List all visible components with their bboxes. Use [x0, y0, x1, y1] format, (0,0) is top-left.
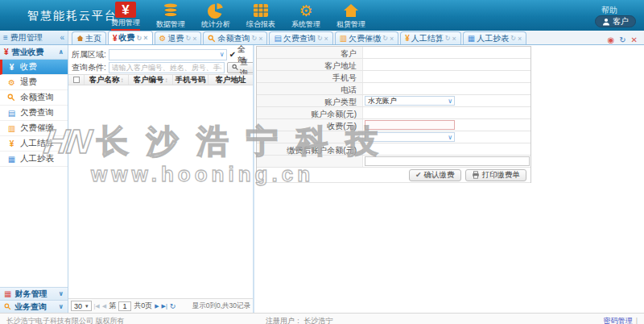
tab-refresh-icon[interactable]: ↻	[137, 35, 142, 42]
sidebar-item-arrears-query[interactable]: ▤ 欠费查询	[0, 106, 68, 121]
page-size-select[interactable]: 30 ▾	[71, 301, 92, 311]
tab-arrears-query[interactable]: ▤ 欠费查询 ↻ ×	[269, 31, 332, 44]
sidebar-collapse-header[interactable]: ≡ 费用管理 «	[0, 31, 68, 44]
area-select[interactable]: ∨	[109, 49, 227, 60]
search-icon	[208, 35, 216, 43]
sidebar-item-manual-settlement[interactable]: ¥ 人工结算	[0, 136, 68, 152]
content-area: ¥ 营业收费 ∧ ¥ 收费 ⚙ 退费 余额查询 ▤ 欠费查询 ▥	[0, 45, 644, 313]
tab-close-icon[interactable]: ×	[518, 35, 522, 43]
sort-icon: ↕	[121, 77, 124, 84]
sidebar-item-balance-query[interactable]: 余额查询	[0, 90, 68, 106]
sort-icon: ↕	[165, 77, 168, 84]
yen-icon: ¥	[4, 48, 9, 56]
tab-close-icon[interactable]: ×	[452, 35, 456, 43]
search-icon	[232, 64, 238, 71]
nav-item-system[interactable]: ⚙ 系统管理	[283, 0, 328, 31]
copyright-text: 长沙浩宁电子科技有限公司 版权所有	[6, 316, 125, 324]
tab-manual-reading[interactable]: ▦ 人工抄表 ↻ ×	[463, 31, 526, 44]
briefcase-icon: ▥	[7, 124, 16, 133]
col-customer-name[interactable]: 客户名称↕	[85, 75, 129, 85]
tab-refund[interactable]: ⚙ 退费 ↻ ×	[155, 31, 202, 44]
chevron-down-icon: ▾	[85, 303, 89, 309]
area-filter-row: 所属区域: ∨ ✔ 全部	[72, 48, 253, 60]
last-page-button[interactable]: ▶|	[162, 303, 167, 309]
tab-close-icon[interactable]: ×	[143, 34, 147, 42]
briefcase-icon: ▥	[340, 34, 347, 43]
nav-item-lease[interactable]: 租赁管理	[328, 0, 374, 31]
nav-item-reports[interactable]: 综合报表	[238, 0, 283, 31]
close-all-icon[interactable]: ✕	[631, 35, 638, 44]
tab-arrears-reminder[interactable]: ▥ 欠费催缴 ↻ ×	[335, 31, 398, 44]
refresh-icon[interactable]: ↻	[619, 35, 625, 44]
page-number-input[interactable]	[118, 301, 131, 311]
search-icon	[4, 303, 11, 310]
tab-refresh-icon[interactable]: ↻	[251, 35, 257, 42]
yen-icon: ¥	[7, 139, 16, 148]
form-buttons-row: ✔ 确认缴费 打印缴费单	[257, 168, 530, 183]
sidebar: ¥ 营业收费 ∧ ¥ 收费 ⚙ 退费 余额查询 ▤ 欠费查询 ▥	[0, 45, 68, 313]
sidebar-item-refund[interactable]: ⚙ 退费	[0, 75, 68, 90]
tab-close-icon[interactable]: ×	[258, 35, 262, 43]
sidebar-section-finance[interactable]: ▦ 财务管理 ∨	[0, 287, 68, 300]
col-address[interactable]: 客户地址	[208, 75, 253, 85]
chevron-up-icon[interactable]: ∧	[59, 48, 64, 56]
tab-refresh-icon[interactable]: ↻	[382, 35, 388, 42]
prev-page-button[interactable]: ◀	[102, 303, 106, 309]
sidebar-item-charge[interactable]: ¥ 收费	[0, 60, 68, 75]
next-page-button[interactable]: ▶	[155, 303, 159, 309]
tab-home[interactable]: 主页	[72, 31, 106, 44]
tab-refresh-icon[interactable]: ↻	[510, 35, 516, 42]
tab-close-icon[interactable]: ×	[192, 35, 196, 43]
tab-options-icon[interactable]: ◉	[607, 35, 614, 44]
col-mobile[interactable]: 手机号码	[173, 75, 208, 85]
yen-icon: ¥	[115, 2, 136, 18]
person-icon	[602, 18, 610, 26]
tab-actions: ◉ ↻ ✕	[607, 35, 644, 44]
collapse-left-icon[interactable]: «	[60, 33, 64, 42]
pagination-summary: 显示0到0,共30记录	[192, 301, 250, 311]
user-button[interactable]: 客户	[595, 15, 636, 27]
check-icon: ✔	[415, 171, 422, 179]
sidebar-bottom-sections: ▦ 财务管理 ∨ 业务查询 ∨	[0, 287, 68, 313]
confirm-payment-button[interactable]: ✔ 确认缴费	[409, 169, 461, 181]
payment-method-select[interactable]: ∨	[365, 132, 455, 142]
search-input[interactable]	[109, 62, 225, 73]
tab-manual-settlement[interactable]: ¥ 人工结算 ↻ ×	[400, 31, 461, 44]
table-grid-icon	[250, 2, 271, 19]
chevron-down-icon: ∨	[448, 98, 454, 105]
tab-refresh-icon[interactable]: ↻	[445, 35, 451, 42]
card-icon: ▤	[274, 34, 281, 43]
nav-item-expense-management[interactable]: ¥ 费用管理	[103, 0, 148, 31]
sidebar-item-arrears-reminder[interactable]: ▥ 欠费催缴	[0, 121, 68, 136]
select-all-checkbox[interactable]	[68, 75, 85, 85]
sidebar-item-manual-reading[interactable]: ▦ 人工抄表	[0, 152, 68, 167]
password-management-link[interactable]: 密码管理|	[604, 316, 638, 324]
user-label: 客户	[613, 16, 629, 27]
form-row-charge-amount: 收费(元)	[257, 119, 530, 131]
sidebar-section-business-charge[interactable]: ¥ 营业收费 ∧	[0, 45, 68, 60]
tab-close-icon[interactable]: ×	[390, 35, 394, 43]
form-row-mobile: 手机号	[257, 71, 530, 83]
customer-query-panel: 所属区域: ∨ ✔ 全部 查询条件: 查询	[68, 45, 253, 313]
status-bar: 长沙浩宁电子科技有限公司 版权所有 注册用户： 长沙浩宁 密码管理|	[0, 313, 644, 324]
yen-icon: ¥	[113, 34, 118, 43]
chevron-down-icon[interactable]: ∨	[59, 290, 64, 297]
form-row-customer: 客户	[257, 47, 530, 59]
gear-icon: ⚙	[7, 78, 16, 87]
account-type-select[interactable]: 水充账户 ∨	[365, 96, 455, 106]
remark-input[interactable]	[365, 156, 530, 166]
nav-item-data-management[interactable]: 数据管理	[148, 0, 193, 31]
chevron-down-icon[interactable]: ∨	[59, 303, 64, 310]
col-customer-id[interactable]: 客户编号↕	[129, 75, 173, 85]
tab-charge[interactable]: ¥ 收费 ↻ ×	[108, 31, 153, 44]
sidebar-section-business-query[interactable]: 业务查询 ∨	[0, 300, 68, 313]
tab-close-icon[interactable]: ×	[324, 35, 328, 43]
refresh-icon[interactable]: ↻	[170, 302, 176, 310]
first-page-button[interactable]: |◀	[94, 303, 100, 309]
print-receipt-button[interactable]: 打印缴费单	[465, 169, 527, 181]
nav-item-statistics[interactable]: 统计分析	[193, 0, 238, 31]
charge-amount-input[interactable]	[365, 120, 455, 130]
tab-refresh-icon[interactable]: ↻	[317, 35, 323, 42]
help-link[interactable]: 帮助	[601, 5, 617, 16]
tab-refresh-icon[interactable]: ↻	[186, 35, 192, 42]
